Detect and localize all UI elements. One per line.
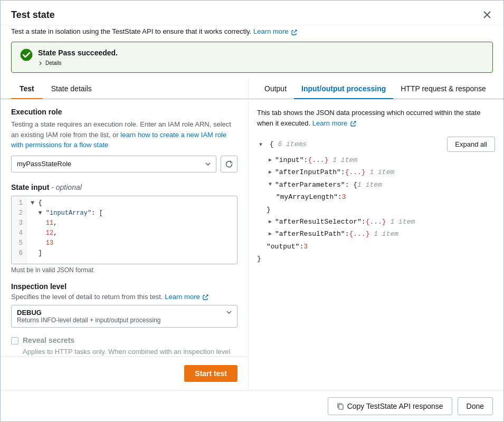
modal-body: Test State details Execution role Testin… xyxy=(1,79,503,390)
reveal-secrets-desc: Applies to HTTP tasks only. When combine… xyxy=(23,347,237,357)
right-content: This tab shows the JSON data processing … xyxy=(249,99,503,390)
chevron-down-icon xyxy=(205,162,211,166)
done-button[interactable]: Done xyxy=(458,397,493,415)
learn-more-link[interactable]: Learn more xyxy=(253,27,298,35)
tree-root-close: } xyxy=(257,253,495,265)
json-tree: ▼ { 6 items Expand all ▶ "input" : {...} xyxy=(257,137,495,265)
tree-node-after-parameters: ▼ "afterParameters" : { 1 item xyxy=(257,179,495,191)
tab-output[interactable]: Output xyxy=(257,79,294,99)
expand-all-button[interactable]: Expand all xyxy=(447,137,495,152)
success-banner: State Pass succeeded. Details xyxy=(11,42,493,73)
after-result-path-toggle[interactable]: ▶ xyxy=(267,229,274,239)
json-tree-header: ▼ { 6 items Expand all xyxy=(257,137,495,152)
refresh-icon xyxy=(225,160,233,168)
line-numbers: 1 2 3 4 5 6 xyxy=(12,196,26,264)
after-input-path-toggle[interactable]: ▶ xyxy=(267,168,274,177)
reveal-secrets-checkbox[interactable] xyxy=(11,337,18,344)
inspection-learn-more[interactable]: Learn more xyxy=(165,293,209,301)
refresh-button[interactable] xyxy=(221,156,237,172)
modal-subtitle: Test a state in isolation using the Test… xyxy=(1,25,503,42)
modal-header: Test state xyxy=(1,1,503,25)
svg-point-0 xyxy=(21,49,32,61)
input-toggle[interactable]: ▶ xyxy=(267,156,274,165)
test-state-modal: Test state Test a state in isolation usi… xyxy=(0,0,504,422)
start-test-button[interactable]: Start test xyxy=(184,365,237,382)
success-title: State Pass succeeded. xyxy=(38,49,484,57)
tree-node-my-array-length: "myArrayLength" : 3 xyxy=(257,191,495,203)
execution-role-title: Execution role xyxy=(11,108,237,116)
tree-node-after-result-selector: ▶ "afterResultSelector" : {...} 1 item xyxy=(257,216,495,228)
tab-http[interactable]: HTTP request & response xyxy=(393,79,493,99)
tree-node-input: ▶ "input" : {...} 1 item xyxy=(257,154,495,166)
after-parameters-toggle[interactable]: ▼ xyxy=(267,180,274,189)
right-desc: This tab shows the JSON data processing … xyxy=(257,108,495,128)
root-toggle[interactable]: ▼ xyxy=(257,140,264,150)
tree-node-after-input-path: ▶ "afterInputPath" : {...} 1 item xyxy=(257,166,495,178)
modal-title: Test state xyxy=(11,9,55,21)
tab-input-output[interactable]: Input/output processing xyxy=(294,79,393,99)
role-select[interactable]: myPassStateRole xyxy=(11,156,216,172)
copy-icon xyxy=(337,402,344,410)
json-hint: Must be in valid JSON format xyxy=(11,266,237,274)
debug-sub: Returns INFO-level detail + input/output… xyxy=(17,316,160,324)
execution-role-desc: Testing a state requires an execution ro… xyxy=(11,119,237,150)
svg-rect-1 xyxy=(339,405,343,409)
after-result-selector-toggle[interactable]: ▶ xyxy=(267,217,274,227)
left-tabs: Test State details xyxy=(1,79,248,99)
debug-select-wrapper: DEBUG Returns INFO-level detail + input/… xyxy=(11,305,237,328)
tree-node-output: "output" : 3 xyxy=(257,241,495,253)
reveal-secrets-title: Reveal secrets xyxy=(23,336,237,344)
close-button[interactable] xyxy=(481,9,493,21)
code-editor[interactable]: 1 2 3 4 5 6 ▼ { ▼ "inputArray": [ 11, 12… xyxy=(11,196,237,264)
right-tabs: Output Input/output processing HTTP requ… xyxy=(249,79,503,99)
modal-footer: Copy TestState API response Done xyxy=(1,390,503,421)
chevron-down-icon xyxy=(226,311,232,314)
state-input-title: State input - optional xyxy=(11,183,237,191)
left-content: Execution role Testing a state requires … xyxy=(1,99,248,356)
tree-node-after-parameters-close: } xyxy=(257,204,495,216)
chevron-right-icon xyxy=(38,61,43,66)
right-learn-more[interactable]: Learn more xyxy=(312,119,357,127)
tab-test[interactable]: Test xyxy=(11,79,43,99)
role-row: myPassStateRole xyxy=(11,156,237,172)
debug-label: DEBUG xyxy=(17,309,160,316)
right-panel: Output Input/output processing HTTP requ… xyxy=(249,79,503,390)
tree-node-after-result-path: ▶ "afterResultPath" : {...} 1 item xyxy=(257,228,495,240)
success-icon xyxy=(20,49,33,61)
tab-state-details[interactable]: State details xyxy=(43,79,100,99)
left-panel: Test State details Execution role Testin… xyxy=(1,79,249,390)
inspection-level-title: Inspection level xyxy=(11,282,237,291)
code-content[interactable]: ▼ { ▼ "inputArray": [ 11, 12, 13 ] xyxy=(26,196,237,264)
reveal-secrets: Reveal secrets Applies to HTTP tasks onl… xyxy=(11,336,237,357)
debug-select[interactable]: DEBUG Returns INFO-level detail + input/… xyxy=(11,305,237,328)
copy-test-state-button[interactable]: Copy TestState API response xyxy=(328,397,452,415)
details-toggle[interactable]: Details xyxy=(38,60,484,66)
inspection-level-desc: Specifies the level of detail to return … xyxy=(11,293,237,301)
start-test-area: Start test xyxy=(1,356,248,390)
role-select-value: myPassStateRole xyxy=(17,160,71,168)
